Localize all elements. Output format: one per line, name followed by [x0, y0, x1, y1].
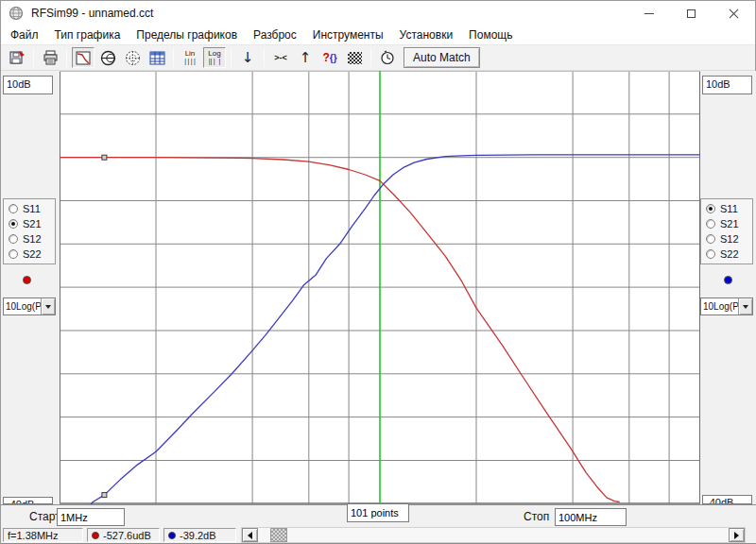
toolbar-separator	[33, 48, 34, 67]
toolbar: Lin| | | | Log|| | | ↓ >-< ↑ ?{}	[1, 45, 755, 71]
blue-trace-value: -39.2dB	[180, 530, 216, 541]
maximize-button[interactable]	[670, 1, 713, 26]
radio-s11-right[interactable]: S11	[706, 201, 752, 216]
right-arrow-icon	[734, 532, 743, 539]
start-input[interactable]	[57, 508, 125, 526]
scroll-thumb[interactable]	[270, 528, 287, 542]
auto-match-label: Auto Match	[413, 51, 471, 64]
format-value-right: 10Log(P	[701, 298, 738, 314]
dropdown-button-right[interactable]	[738, 298, 752, 314]
query-values-icon: ?{}	[322, 51, 336, 64]
radio-s21-left[interactable]: S21	[9, 216, 55, 231]
scale-down-button[interactable]: ↓	[236, 47, 259, 68]
app-window: RFSim99 - unnamed.cct Файл Тип графика П…	[0, 0, 756, 544]
points-input[interactable]	[347, 503, 409, 522]
radio-s11-left[interactable]: S11	[9, 201, 55, 216]
red-trace-value-panel: -527.6udB	[87, 528, 160, 542]
menubar: Файл Тип графика Пределы графиков Разбро…	[1, 26, 755, 45]
format-select-left[interactable]: 10Log(P	[3, 298, 56, 315]
radio-s21-right[interactable]: S21	[706, 216, 752, 231]
window-title: RFSim99 - unnamed.cct	[31, 7, 153, 20]
log-scale-button[interactable]: Log|| | |	[203, 47, 226, 68]
print-button[interactable]	[39, 47, 61, 68]
rect-graph-icon	[76, 51, 91, 65]
maximize-icon	[687, 9, 696, 18]
radio-label: S22	[720, 248, 739, 260]
lin-scale-button[interactable]: Lin| | | |	[179, 47, 201, 68]
radio-icon	[9, 234, 18, 244]
toolbar-separator	[231, 48, 232, 67]
scale-top-right-input[interactable]: 10dB	[702, 76, 752, 94]
up-arrow-icon: ↑	[300, 49, 312, 66]
sweep-clock-button[interactable]	[376, 47, 399, 68]
radio-icon	[706, 249, 715, 259]
toolbar-separator	[173, 48, 174, 67]
scroll-right-button[interactable]	[729, 528, 745, 542]
trace-marker[interactable]	[102, 493, 107, 498]
menu-item-graph-limits[interactable]: Пределы графиков	[136, 28, 237, 42]
menu-item-spread[interactable]: Разброс	[253, 28, 297, 42]
query-values-button[interactable]: ?{}	[318, 47, 341, 68]
close-button[interactable]	[713, 1, 755, 26]
radio-icon	[706, 204, 715, 213]
radio-label: S21	[720, 218, 739, 230]
save-button[interactable]	[6, 47, 28, 68]
format-select-right[interactable]: 10Log(P	[700, 298, 753, 315]
polar-chart-button[interactable]	[121, 47, 144, 68]
radio-s22-right[interactable]: S22	[706, 246, 752, 262]
blue-dot-icon	[168, 532, 176, 539]
squeeze-scale-button[interactable]: >-<	[269, 47, 292, 68]
radio-icon	[9, 204, 18, 213]
cursor-freq-value: f=1.38MHz	[8, 530, 59, 541]
chevron-down-icon	[743, 305, 748, 312]
menu-item-file[interactable]: Файл	[10, 28, 39, 42]
rect-graph-button[interactable]	[72, 47, 94, 68]
lin-scale-icon: Lin| | | |	[184, 50, 195, 65]
format-value-left: 10Log(P	[4, 298, 41, 314]
s11-trace	[85, 155, 700, 504]
match-network-button[interactable]	[343, 47, 366, 68]
trace-color-dot-right	[724, 276, 732, 284]
start-label: Старт	[29, 510, 60, 523]
scale-top-left-input[interactable]: 10dB	[3, 76, 53, 94]
radio-s12-right[interactable]: S12	[706, 231, 752, 246]
match-network-icon	[348, 52, 362, 64]
radio-s12-left[interactable]: S12	[9, 231, 55, 246]
table-button[interactable]	[146, 47, 168, 68]
scale-bottom-right-input[interactable]: -40dB	[702, 495, 752, 504]
polar-chart-icon	[125, 50, 141, 66]
smith-chart-button[interactable]	[96, 47, 119, 68]
red-dot-icon	[92, 532, 99, 539]
sweep-chart[interactable]	[60, 71, 700, 504]
scroll-left-button[interactable]	[242, 528, 258, 542]
stop-label: Стоп	[524, 510, 549, 523]
trace-select-right: S11S21S12S22	[700, 198, 753, 264]
stop-input[interactable]	[555, 508, 627, 526]
s21-trace	[60, 158, 620, 502]
radio-s22-left[interactable]: S22	[9, 246, 55, 262]
chart-holder	[60, 71, 700, 504]
left-arrow-icon	[244, 532, 252, 539]
auto-match-button[interactable]: Auto Match	[404, 47, 480, 68]
squeeze-icon: >-<	[274, 53, 287, 62]
radio-label: S22	[23, 248, 42, 260]
trace-marker[interactable]	[102, 155, 107, 160]
menu-item-help[interactable]: Помощь	[469, 28, 512, 42]
cursor-freq-panel: f=1.38MHz	[3, 528, 83, 542]
scale-up-button[interactable]: ↑	[294, 47, 317, 68]
radio-icon	[9, 249, 18, 259]
trace-select-left: S11S21S12S22	[3, 198, 56, 264]
horizontal-scrollbar[interactable]	[241, 527, 746, 543]
scale-bottom-right-value: -40dB	[706, 497, 733, 504]
menu-item-tools[interactable]: Инструменты	[313, 28, 384, 42]
toolbar-separator	[370, 48, 371, 67]
dropdown-button-left[interactable]	[41, 298, 55, 314]
menu-item-graph-type[interactable]: Тип графика	[55, 28, 121, 42]
menu-item-settings[interactable]: Установки	[400, 28, 453, 42]
radio-icon	[706, 234, 715, 244]
log-scale-icon: Log|| | |	[208, 50, 220, 65]
printer-icon	[43, 50, 59, 65]
scale-bottom-left-input[interactable]: -40dB	[3, 497, 53, 504]
radio-icon	[706, 219, 715, 229]
minimize-button[interactable]	[627, 1, 670, 26]
